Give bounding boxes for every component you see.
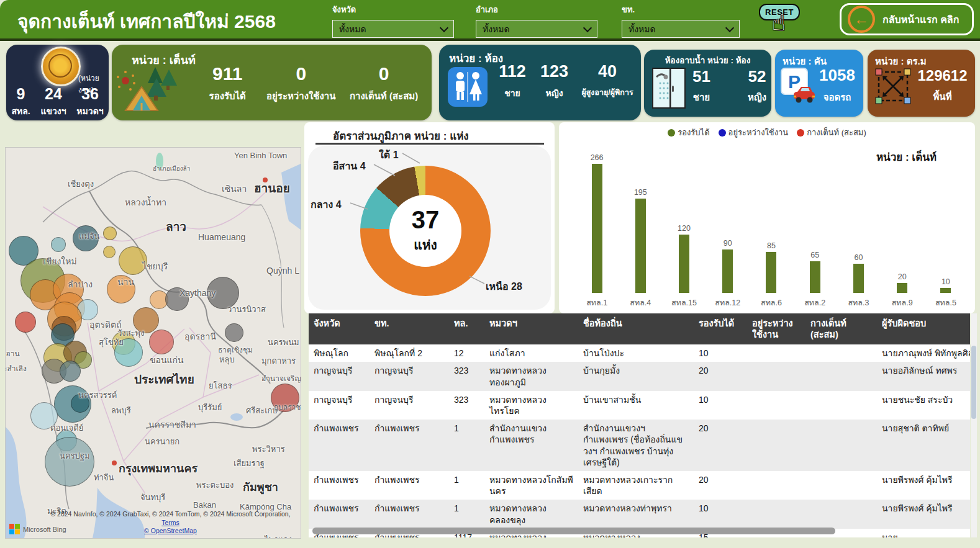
map-place-label: อุบลราชธานี [274,401,301,413]
map-bubble[interactable] [225,323,243,342]
table-row[interactable]: พิษณุโลกพิษณุโลกที่ 212แก่งโสภาบ้านโป่งป… [309,344,970,362]
horizontal-scroll-thumb[interactable] [312,528,835,534]
column-header[interactable]: รองรับได้ [694,313,747,344]
bar-category-label: สทล.15 [671,297,697,306]
column-header[interactable]: จังหวัด [309,313,370,344]
table-row[interactable]: กาญจนบุรีกาญจนบุรี323หมวดทางหลวงไทรโยคบ้… [309,391,970,420]
toilet-kpi-card: หน่วย : ห้อง 112ชาย 123หญิง 40ผู้สูงอายุ… [439,45,641,120]
kht-filter-dropdown[interactable]: ทั้งหมด [622,20,740,38]
stat-block: 52หญิง [748,67,766,105]
map-bubble[interactable] [103,246,116,258]
area-stats: 129612 พื้นที่ [912,67,973,104]
bar[interactable] [853,264,864,293]
bar[interactable] [722,249,733,293]
bar-category-label: สทล.9 [892,297,913,306]
table-cell: 1 [449,420,484,471]
bar[interactable] [635,199,646,293]
table-row[interactable]: กำแพงเพชรกำแพงเพชร1หมวดทางหลวงโกสัมพีนคร… [309,471,970,500]
data-table: จังหวัดขท.ทล.หมวดฯชื่อท้องถิ่นรองรับได้อ… [309,313,970,537]
table-cell [747,420,805,471]
bar[interactable] [679,235,689,293]
stat-label: จอดรถ [814,90,861,105]
table-row[interactable]: กำแพงเพชรกำแพงเพชร1หมวดทางหลวงคลองขลุงหม… [309,500,970,528]
stat-label: หมวดฯ [76,104,103,118]
bar[interactable] [766,252,776,293]
table-cell [805,500,877,528]
map-place-label: เชียงตุง [68,177,94,191]
stat-label: รองรับได้ [209,89,246,104]
province-filter-dropdown[interactable]: ทั้งหมด [332,20,454,38]
stat-label: หญิง [748,90,766,105]
column-header[interactable]: ทล. [449,313,484,344]
table-cell: 20 [694,420,747,471]
legend-item[interactable]: อยู่ระหว่างใช้งาน [719,126,789,139]
thailand-map[interactable]: อำเภอเมืองล้าเชียงตุงหลวงน้ำทาเซินลาฮานอ… [5,147,301,539]
shower-unit-label: ห้องอาบน้ำ หน่วย : ห้อง [644,53,771,67]
map-place-label: ยโสธร [209,379,232,392]
legend-dot-icon [719,129,726,137]
table-row[interactable]: กำแพงเพชรกำแพงเพชร1สำนักงานแขวงกำแพงเพชร… [309,420,970,471]
org-kpi-card: (หน่วยงาน) 9สทล. 24แขวงฯ 36หมวดฯ [6,45,109,120]
table-cell: หมวดทางหลวงท่าพุทรา [578,500,694,528]
map-place-label: อำนาจเจริญ [261,372,301,384]
bar-value-label: 90 [724,239,732,248]
map-place-label: สุโขทัย [99,336,124,349]
map-place-label: ลพบุรี [111,404,131,417]
org-stats: 9สทล. 24แขวงฯ 36หมวดฯ [6,86,109,118]
map-bubble[interactable] [51,237,66,252]
column-header[interactable]: หมวดฯ [484,313,578,344]
table-cell: นายพีรพงศ์ คุ้มไพรี [877,500,970,528]
bar-value-label: 85 [767,241,776,250]
stat-label: ชาย [692,90,710,105]
district-filter-dropdown[interactable]: ทั้งหมด [476,20,597,38]
district-filter-label: อำเภอ [476,3,597,16]
map-bubble[interactable] [60,361,81,382]
horizontal-scrollbar[interactable] [310,527,969,535]
legend-item[interactable]: รองรับได้ [668,126,709,139]
terms-link[interactable]: Terms [161,519,179,526]
table-cell: พิษณุโลก [309,344,370,362]
column-header[interactable]: ขท. [370,313,449,344]
column-header[interactable]: ชื่อท้องถิ่น [578,313,694,344]
map-bubble[interactable] [15,312,36,333]
table-cell: กำแพงเพชร [370,420,449,471]
bar-category-label: สทล.4 [630,297,651,306]
hand-cursor-icon[interactable]: ☝ [772,10,786,36]
table-cell [747,344,805,362]
map-bubble[interactable] [149,330,174,354]
openstreetmap-link[interactable]: © OpenStreetMap [144,527,197,534]
stat-label: หญิง [534,86,575,100]
table-cell: แก่งโสภา [484,344,578,362]
table-cell: หมวดทางหลวงทองผาภูมิ [484,362,578,390]
table-cell: หมวดทางหลวงไทรโยค [484,391,578,420]
table-row[interactable]: กาญจนบุรีกาญจนบุรี323หมวดทางหลวงทองผาภูม… [309,362,970,390]
donut-center: 37 แห่ง [389,195,461,267]
vertical-scroll-thumb[interactable] [971,346,976,419]
stat-block: 36หมวดฯ [76,86,103,118]
back-home-button[interactable]: ← กลับหน้าแรก คลิก [840,3,974,35]
bar-value-label: 10 [941,277,950,286]
stat-value: 40 [576,62,638,81]
stat-value: 24 [40,86,66,103]
donut-callout-central: กลาง 4 [311,197,342,212]
table-cell: นายชนะชัย สระบัว [877,391,970,420]
bar[interactable] [810,261,820,293]
table-cell: 323 [449,362,484,390]
chevron-down-icon [440,23,448,32]
map-bubble[interactable] [103,227,117,240]
province-filter-value: ทั้งหมด [339,22,366,36]
stat-block: 0อยู่ระหว่างใช้งาน [261,63,341,104]
map-place-label: ศรีสะเกษ [246,404,278,417]
column-header[interactable]: กางเต็นท์ (สะสม) [805,313,877,344]
bar[interactable] [940,288,951,293]
table-cell: 10 [694,344,747,362]
bar-value-label: 65 [810,251,819,259]
parking-stats: 1058 จอดรถ [814,66,861,105]
column-header[interactable]: อยู่ระหว่างใช้งาน [747,313,805,344]
map-place-label: แม่จัน [79,230,99,243]
column-header[interactable]: ผู้รับผิดชอบ [877,313,970,344]
legend-item[interactable]: กางเต็นท์ (สะสม) [797,126,866,139]
bar[interactable] [897,283,907,293]
bar[interactable] [592,164,602,293]
vertical-scrollbar[interactable] [971,313,977,537]
